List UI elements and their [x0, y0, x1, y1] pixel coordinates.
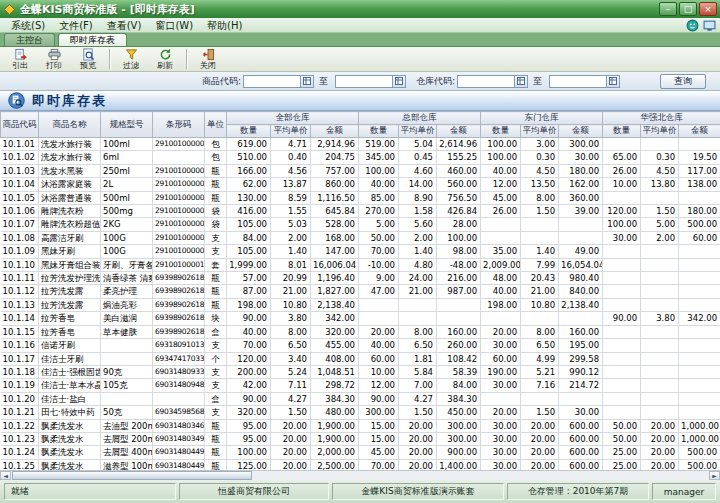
cell[interactable]: 1.40 — [399, 245, 437, 258]
cell[interactable]: 120.00 — [227, 352, 271, 365]
cell[interactable]: 20.00 — [641, 419, 679, 432]
cell[interactable]: 20.00 — [641, 446, 679, 459]
table-row[interactable]: 10.1.20佳洁士·盐白盒90.004.27384.3090.004.2738… — [1, 392, 720, 405]
cell[interactable]: 瓶 — [205, 419, 227, 432]
cell[interactable]: 50.00 — [603, 432, 641, 445]
cell[interactable]: 8.00 — [399, 325, 437, 338]
cell[interactable]: 2910010000014 — [153, 138, 205, 151]
menu-view[interactable]: 查看(V) — [100, 18, 149, 33]
cell[interactable]: 2910010000052 — [153, 191, 205, 204]
cell[interactable]: 10.1.14 — [1, 312, 39, 325]
cell[interactable]: 7.00 — [399, 379, 437, 392]
cell[interactable]: 65.00 — [603, 151, 641, 164]
cell[interactable]: 619.00 — [227, 138, 271, 151]
cell[interactable]: 6939890261859 — [153, 298, 205, 311]
col-header-barcode[interactable]: 条形码 — [153, 112, 205, 138]
cell[interactable]: 166.00 — [227, 164, 271, 177]
cell[interactable]: 10.1.02 — [1, 151, 39, 164]
cell[interactable]: 4.71 — [271, 138, 311, 151]
cell[interactable]: 1,000.00 — [679, 432, 720, 445]
cell[interactable]: 支 — [205, 339, 227, 352]
cell[interactable]: 10.1.10 — [1, 258, 39, 271]
cell[interactable] — [679, 245, 720, 258]
cell[interactable]: 6903459856855 — [153, 406, 205, 419]
cell[interactable]: 20.00 — [521, 432, 559, 445]
cell[interactable]: 拉芳香皂 — [39, 312, 101, 325]
cell[interactable]: 沐浴露家庭装 — [39, 178, 101, 191]
cell[interactable] — [641, 365, 679, 378]
cell[interactable]: 120.00 — [603, 205, 641, 218]
cell[interactable] — [679, 379, 720, 392]
cell[interactable]: 袋 — [205, 218, 227, 231]
cell[interactable]: 360.00 — [559, 191, 603, 204]
cell[interactable]: 2.00 — [641, 231, 679, 244]
col-header-qty[interactable]: 数量 — [481, 125, 521, 138]
cell[interactable] — [641, 298, 679, 311]
cell[interactable] — [521, 392, 559, 405]
cell[interactable]: 飘柔洗发水 — [39, 419, 101, 432]
cell[interactable]: 19.50 — [679, 151, 720, 164]
table-row[interactable]: 10.1.23飘柔洗发水去屑型 200ml6903148034936瓶95.00… — [1, 432, 720, 445]
cell[interactable]: 560.00 — [437, 178, 481, 191]
cell[interactable]: 105.00 — [227, 245, 271, 258]
cell[interactable]: 10.1.16 — [1, 339, 39, 352]
cell[interactable]: 15.00 — [359, 432, 399, 445]
cell[interactable]: 25.00 — [603, 459, 641, 470]
col-header-amount[interactable]: 金额 — [437, 125, 481, 138]
cell[interactable]: 30.00 — [603, 231, 641, 244]
table-row[interactable]: 10.1.09黑妹牙刷100G2910010000090支105.001.401… — [1, 245, 720, 258]
cell[interactable]: 20.00 — [641, 432, 679, 445]
col-header-amount[interactable]: 金额 — [311, 125, 359, 138]
cell[interactable]: 345.00 — [359, 151, 399, 164]
cell[interactable]: 支 — [205, 379, 227, 392]
cell[interactable]: 10.1.19 — [1, 379, 39, 392]
table-row[interactable]: 10.1.08高露洁牙刷100G2910010000083支84.002.001… — [1, 231, 720, 244]
cell[interactable]: 70.00 — [359, 245, 399, 258]
table-row[interactable]: 10.1.05沐浴露普通装500ml2910010000052瓶130.008.… — [1, 191, 720, 204]
table-row[interactable]: 10.1.18佳洁士·强根固齿90克6903148093344支200.005.… — [1, 365, 720, 378]
cell[interactable]: 298.72 — [311, 379, 359, 392]
cell[interactable]: 草本健肤 — [101, 325, 153, 338]
cell[interactable]: 焗油亮彩 — [101, 298, 153, 311]
cell[interactable]: 160.00 — [437, 325, 481, 338]
cell[interactable]: 20.00 — [399, 446, 437, 459]
cell[interactable]: 87.00 — [227, 285, 271, 298]
cell[interactable]: 14.00 — [399, 178, 437, 191]
col-header-amount[interactable]: 金额 — [559, 125, 603, 138]
cell[interactable]: 16,054.04 — [559, 258, 603, 271]
cell[interactable]: 10.1.17 — [1, 352, 39, 365]
cell[interactable]: 支 — [205, 406, 227, 419]
cell[interactable]: 20.00 — [271, 459, 311, 470]
cell[interactable] — [641, 379, 679, 392]
cell[interactable]: 1.40 — [521, 245, 559, 258]
cell[interactable]: 160.00 — [559, 325, 603, 338]
cell[interactable]: 500ml — [101, 191, 153, 204]
cell[interactable] — [641, 352, 679, 365]
cell[interactable]: 250ml — [101, 164, 153, 177]
cell[interactable]: 2,138.40 — [559, 298, 603, 311]
cell[interactable]: 雕牌洗衣粉 — [39, 205, 101, 218]
cell[interactable]: 瓶 — [205, 459, 227, 470]
col-header-qty[interactable]: 数量 — [227, 125, 271, 138]
cell[interactable]: 佳洁士·盐白 — [39, 392, 101, 405]
close-button[interactable]: × — [699, 2, 717, 16]
cell[interactable]: 60.00 — [679, 231, 720, 244]
col-group-huaqiangbei-warehouse[interactable]: 华强北仓库 — [603, 112, 720, 125]
cell[interactable]: 沐浴露普通装 — [39, 191, 101, 204]
cell[interactable]: 8.90 — [399, 191, 437, 204]
cell[interactable]: 757.00 — [311, 164, 359, 177]
cell[interactable]: 510.00 — [227, 151, 271, 164]
cell[interactable] — [153, 392, 205, 405]
cell[interactable]: 45.00 — [481, 191, 521, 204]
cell[interactable]: 980.40 — [559, 272, 603, 285]
cell[interactable]: 30.00 — [481, 459, 521, 470]
cell[interactable]: 20.43 — [521, 272, 559, 285]
cell[interactable]: 4.27 — [271, 392, 311, 405]
col-group-hq-warehouse[interactable]: 总部仓库 — [359, 112, 481, 125]
cell[interactable]: 1,116.50 — [311, 191, 359, 204]
cell[interactable]: 柔亮护理 — [101, 285, 153, 298]
cell[interactable]: 1.55 — [271, 205, 311, 218]
cell[interactable]: 4.50 — [521, 164, 559, 177]
cell[interactable]: 49.00 — [559, 245, 603, 258]
table-row[interactable]: 10.1.13拉芳洗发露焗油亮彩6939890261859瓶198.0010.8… — [1, 298, 720, 311]
